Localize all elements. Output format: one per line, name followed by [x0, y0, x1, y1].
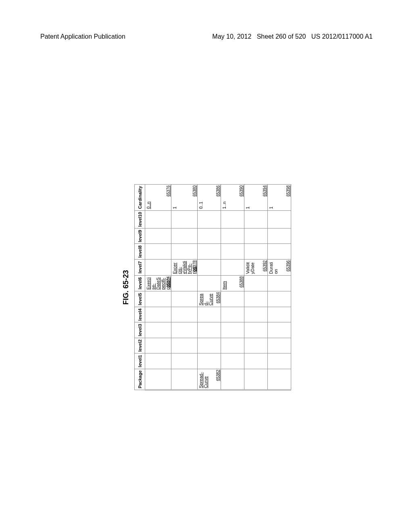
- cell-level7: Duration 65396: [268, 259, 291, 275]
- table-row: Spread-Curve 65382 Spread-Curve 65384: [198, 184, 221, 390]
- header-right: May 10, 2012 Sheet 260 of 520 US 2012/01…: [212, 33, 373, 40]
- cell: [171, 228, 198, 243]
- cell: [221, 353, 244, 368]
- cell-package: [171, 369, 198, 390]
- cell: [198, 259, 221, 275]
- cell: [244, 353, 268, 368]
- cell: [268, 228, 291, 243]
- cell: [244, 307, 268, 322]
- col-level10: level10: [135, 210, 145, 229]
- col-level6: level6: [135, 275, 145, 291]
- cell: [171, 307, 198, 322]
- cell-package: [244, 369, 268, 390]
- ref-number: 65384: [216, 292, 220, 303]
- cell: [244, 291, 268, 307]
- cell-package: Spread-Curve 65382: [198, 369, 221, 390]
- col-level7: level7: [135, 259, 145, 275]
- ref-number: 65374: [166, 276, 171, 288]
- cell-package: [268, 369, 291, 390]
- cell: [145, 210, 171, 229]
- cell-level7: Excercis-eValidityPe-riod 65378: [171, 259, 198, 275]
- page-header: Patent Application Publication May 10, 2…: [0, 33, 413, 40]
- table-row: Exercise-DateSpecifi-cation 65374 0..n 6…: [145, 184, 171, 390]
- cell: [145, 291, 171, 307]
- cell: [221, 291, 244, 307]
- header-left: Patent Application Publication: [40, 33, 125, 40]
- col-level2: level2: [135, 338, 145, 353]
- cell: [198, 210, 221, 229]
- header-sheet: Sheet 260 of 520: [257, 33, 306, 40]
- ref-number: 65398: [286, 185, 290, 197]
- ref-number: 65378: [192, 260, 197, 272]
- ref-number: 65376: [166, 185, 171, 197]
- col-cardinality: Cardinality: [135, 184, 145, 210]
- ref-number: 65392: [263, 260, 267, 272]
- cell: [244, 322, 268, 338]
- cell: [198, 307, 221, 322]
- cell: [198, 275, 221, 291]
- cell: [268, 210, 291, 229]
- ref-number: 65380: [192, 185, 197, 197]
- header-pubno: US 2012/0117000 A1: [311, 33, 373, 40]
- cell: [221, 322, 244, 338]
- cell-level7: ValidityDate 65392: [244, 259, 268, 275]
- cell: [171, 322, 198, 338]
- cell-package: [145, 369, 171, 390]
- figure-container: FIG. 65-23 Package level1 level2 level3 …: [122, 184, 291, 391]
- cell: [268, 322, 291, 338]
- ref-number: 65386: [216, 185, 220, 197]
- ref-number: 65382: [216, 370, 220, 381]
- cell-level6: Item 65388: [221, 275, 244, 291]
- cell: [244, 338, 268, 353]
- cell: [244, 228, 268, 243]
- cell: [171, 210, 198, 229]
- cell: [145, 307, 171, 322]
- cell-level5: Spread-Curve 65384: [198, 291, 221, 307]
- col-level1: level1: [135, 353, 145, 368]
- cell: [221, 228, 244, 243]
- cell: [145, 353, 171, 368]
- cell-package: [221, 369, 244, 390]
- table-row: Item 65388 1..n 65390: [221, 184, 244, 390]
- cell: [198, 338, 221, 353]
- ref-number: 65388: [239, 276, 244, 288]
- cell: [198, 322, 221, 338]
- cell: [145, 338, 171, 353]
- cell: [145, 259, 171, 275]
- ref-number: 65390: [239, 185, 244, 197]
- cell: [268, 307, 291, 322]
- col-level5: level5: [135, 291, 145, 307]
- table-row: ValidityDate 65392 1 65394: [244, 184, 268, 390]
- cell: [221, 338, 244, 353]
- table-header-row: Package level1 level2 level3 level4 leve…: [135, 184, 145, 390]
- cell-cardinality: 0..1 65386: [198, 184, 221, 210]
- cell-cardinality: 1 65380: [171, 184, 198, 210]
- ref-number: 65396: [286, 260, 290, 272]
- cell: [198, 353, 221, 368]
- cell-cardinality: 0..n 65376: [145, 184, 171, 210]
- cell: [171, 338, 198, 353]
- cell: [145, 228, 171, 243]
- cell-cardinality: 1 65398: [268, 184, 291, 210]
- cell: [268, 244, 291, 259]
- cell: [171, 244, 198, 259]
- col-package: Package: [135, 369, 145, 390]
- cell: [244, 244, 268, 259]
- cell: [198, 228, 221, 243]
- header-date: May 10, 2012: [212, 33, 251, 40]
- cell-cardinality: 1 65394: [244, 184, 268, 210]
- cell: [244, 210, 268, 229]
- cell: [145, 244, 171, 259]
- table-row: Excercis-eValidityPe-riod 65378 1 65380: [171, 184, 198, 390]
- cell-cardinality: 1..n 65390: [221, 184, 244, 210]
- cell-level6: Exercise-DateSpecifi-cation 65374: [145, 275, 171, 291]
- cell: [171, 275, 198, 291]
- col-level4: level4: [135, 307, 145, 322]
- cell: [244, 275, 268, 291]
- col-level9: level9: [135, 228, 145, 243]
- cell: [171, 353, 198, 368]
- cell: [268, 353, 291, 368]
- cell: [221, 244, 244, 259]
- cell: [268, 291, 291, 307]
- cell: [268, 275, 291, 291]
